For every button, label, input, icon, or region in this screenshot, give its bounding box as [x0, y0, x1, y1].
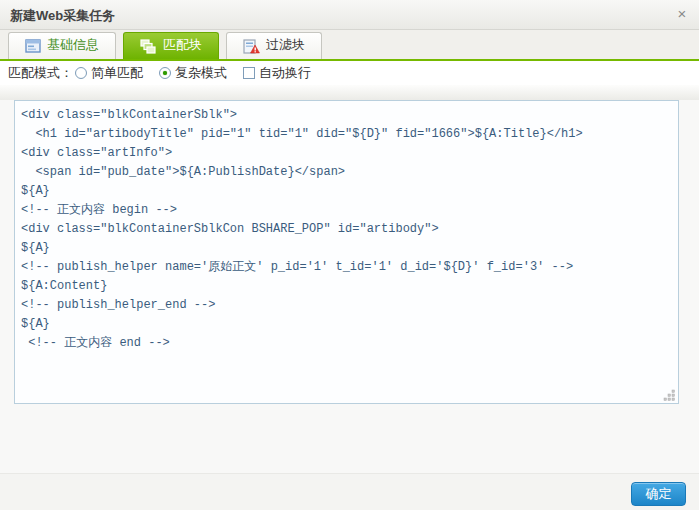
- checkbox-auto-wrap[interactable]: 自动换行: [243, 64, 311, 82]
- radio-complex-mode[interactable]: 复杂模式: [159, 64, 227, 82]
- checkbox-icon[interactable]: [243, 67, 255, 79]
- tab-bar: 基础信息 匹配块: [0, 30, 699, 61]
- confirm-button[interactable]: 确定: [631, 482, 686, 506]
- tab-label: 过滤块: [266, 36, 305, 54]
- radio-checked-icon[interactable]: [159, 67, 171, 79]
- tab-filter-block[interactable]: 过滤块: [226, 32, 322, 59]
- tab-label: 匹配块: [163, 36, 202, 54]
- radio-label: 简单匹配: [91, 64, 143, 82]
- code-editor[interactable]: <div class="blkContainerSblk"> <h1 id="a…: [14, 100, 679, 404]
- match-mode-bar: 匹配模式： 简单匹配 复杂模式 自动换行: [0, 61, 699, 85]
- form-icon: [25, 39, 41, 53]
- radio-simple-match[interactable]: 简单匹配: [75, 64, 143, 82]
- footer-bar: 确定: [0, 473, 699, 510]
- resize-grip-icon[interactable]: [663, 388, 676, 401]
- spacer: [0, 405, 699, 473]
- match-mode-label: 匹配模式：: [8, 64, 73, 82]
- tab-basic-info[interactable]: 基础信息: [8, 32, 116, 59]
- radio-icon[interactable]: [75, 67, 87, 79]
- dialog-title: 新建Web采集任务: [10, 7, 115, 25]
- tab-match-block[interactable]: 匹配块: [123, 32, 219, 59]
- radio-label: 复杂模式: [175, 64, 227, 82]
- close-icon[interactable]: ×: [672, 4, 692, 24]
- blocks-icon: [140, 39, 157, 54]
- tab-label: 基础信息: [47, 36, 99, 54]
- filter-warning-icon: [243, 39, 260, 54]
- new-web-task-dialog: 新建Web采集任务 × 基础信息 匹: [0, 0, 699, 510]
- dialog-titlebar: 新建Web采集任务 ×: [0, 0, 699, 30]
- checkbox-label: 自动换行: [259, 64, 311, 82]
- divider: [0, 85, 699, 100]
- code-content[interactable]: <div class="blkContainerSblk"> <h1 id="a…: [15, 101, 678, 403]
